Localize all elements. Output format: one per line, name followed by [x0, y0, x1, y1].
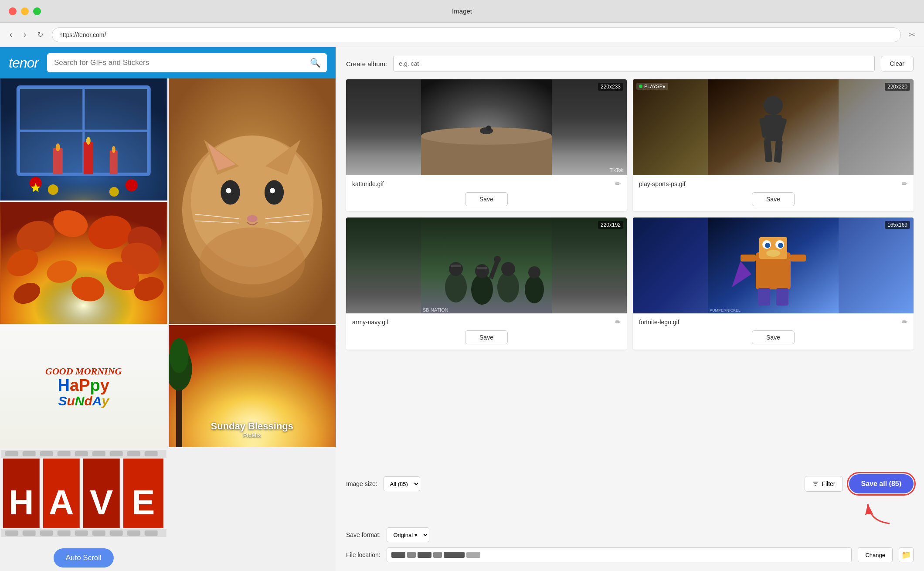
file-path-bar: [387, 547, 852, 562]
svg-rect-100: [451, 265, 461, 267]
image-card-armynavy: SB NATION 220x192 army-navy.gif ✏ Save: [346, 218, 627, 350]
svg-point-9: [86, 137, 91, 145]
save-format-label: Save format:: [346, 531, 380, 538]
back-button[interactable]: ‹: [7, 28, 15, 41]
gm-happy-text: HaPpy: [58, 377, 109, 394]
gm-y: y: [100, 376, 109, 394]
create-album-input[interactable]: [393, 56, 874, 71]
tenor-search-input[interactable]: [47, 53, 327, 72]
change-button[interactable]: Change: [858, 547, 893, 562]
file-location-row: File location: Change 📁: [346, 547, 914, 562]
svg-rect-72: [40, 530, 53, 536]
svg-point-15: [109, 187, 119, 197]
svg-rect-114: [791, 255, 806, 262]
edit-icon-playsports[interactable]: ✏: [902, 180, 907, 188]
gif-cell-autumn[interactable]: [0, 202, 167, 324]
svg-point-22: [226, 188, 231, 193]
window-controls: [9, 7, 41, 15]
svg-rect-60: [145, 451, 158, 456]
bottom-area: Image size: All (85) Filter Save all (85…: [346, 474, 914, 562]
address-bar[interactable]: https://tenor.com/: [52, 27, 901, 42]
edit-icon-fortnitelego[interactable]: ✏: [902, 318, 907, 326]
svg-point-96: [497, 272, 519, 302]
right-panel: Create album: Clear: [336, 47, 924, 571]
image-thumb-playsports[interactable]: 220x220 PLAYSP●: [633, 79, 914, 175]
path-segment-6: [466, 552, 480, 558]
path-segment-4: [433, 552, 442, 558]
image-card-katturide: 220x233 TikTok katturide.gif ✏ Save: [346, 79, 627, 211]
svg-point-103: [494, 256, 501, 263]
save-button-armynavy[interactable]: Save: [465, 330, 508, 344]
edit-icon-katturide[interactable]: ✏: [615, 180, 621, 188]
clear-button[interactable]: Clear: [881, 56, 914, 71]
refresh-button[interactable]: ↻: [35, 29, 46, 41]
image-card-fortnitelego: PUMPERNICKEL 165x169 fortnite-lego.gif ✏…: [633, 218, 914, 350]
svg-point-93: [449, 262, 463, 276]
minimize-button[interactable]: [21, 7, 29, 15]
arrow-indicator: [346, 500, 914, 526]
gif-cell-christmas[interactable]: [0, 78, 167, 201]
path-segment-3: [418, 552, 431, 558]
save-button-katturide[interactable]: Save: [465, 192, 508, 206]
tenor-logo: tenor: [9, 55, 38, 71]
filter-icon: [812, 480, 819, 487]
svg-point-111: [778, 243, 783, 248]
gm-h: H: [58, 376, 70, 394]
image-filename-fortnitelego: fortnite-lego.gif: [639, 319, 679, 326]
image-thumb-katturide[interactable]: 220x233 TikTok: [346, 79, 627, 175]
format-select[interactable]: Original ▾: [387, 527, 429, 542]
svg-rect-115: [758, 288, 770, 306]
svg-point-110: [765, 243, 770, 248]
browser-chrome: ‹ › ↻ https://tenor.com/ ✂: [0, 23, 924, 47]
bookmark-icon[interactable]: ✂: [907, 28, 917, 41]
edit-icon-armynavy[interactable]: ✏: [615, 318, 621, 326]
image-card-footer-katturide: katturide.gif ✏: [346, 175, 627, 192]
size-select[interactable]: All (85): [384, 476, 420, 491]
image-thumb-fortnitelego[interactable]: PUMPERNICKEL 165x169: [633, 218, 914, 313]
play-badge-text: PLAYSP●: [644, 84, 666, 89]
image-size-badge-armynavy: 220x192: [598, 221, 623, 229]
gif-cell-have[interactable]: H A V E: [0, 450, 167, 571]
svg-rect-78: [145, 530, 158, 536]
image-filename-playsports: play-sports-ps.gif: [639, 180, 686, 187]
save-button-playsports[interactable]: Save: [752, 192, 795, 206]
sunday-text-main: Sunday Blessings: [169, 421, 336, 432]
svg-text:SB NATION: SB NATION: [423, 307, 448, 313]
path-segment-1: [391, 552, 405, 558]
save-button-fortnitelego[interactable]: Save: [752, 330, 795, 344]
save-all-button[interactable]: Save all (85): [849, 474, 914, 493]
gif-cell-cat[interactable]: [169, 78, 336, 324]
gif-cell-sunday[interactable]: Sunday Blessings PicMix: [169, 325, 336, 447]
svg-point-50: [169, 338, 188, 373]
svg-rect-59: [127, 451, 140, 456]
svg-rect-76: [110, 530, 123, 536]
svg-point-85: [764, 96, 783, 115]
filter-button[interactable]: Filter: [805, 476, 842, 492]
svg-text:PUMPERNICKEL: PUMPERNICKEL: [710, 308, 741, 313]
svg-rect-52: [5, 451, 18, 456]
gm-p1: P: [79, 376, 90, 394]
image-filename-katturide: katturide.gif: [352, 180, 384, 187]
gif-cell-goodmorning[interactable]: GOOD MORNING HaPpy SuNdAy: [0, 325, 167, 449]
image-thumb-armynavy[interactable]: SB NATION 220x192: [346, 218, 627, 313]
titlebar: Imaget: [0, 0, 924, 23]
svg-rect-54: [40, 451, 53, 456]
search-icon[interactable]: 🔍: [310, 58, 321, 68]
svg-point-10: [112, 146, 116, 153]
filter-label: Filter: [822, 480, 835, 487]
svg-rect-116: [776, 288, 788, 306]
svg-point-112: [766, 250, 780, 257]
image-size-label: Image size:: [346, 480, 377, 487]
svg-rect-73: [58, 530, 71, 536]
tenor-search-wrapper: 🔍: [47, 53, 327, 72]
maximize-button[interactable]: [33, 7, 41, 15]
image-filename-armynavy: army-navy.gif: [352, 319, 388, 326]
forward-button[interactable]: ›: [21, 28, 29, 41]
auto-scroll-button[interactable]: Auto Scroll: [54, 548, 114, 568]
arrow-svg: [861, 500, 896, 526]
image-size-badge-playsports: 220x220: [885, 83, 910, 91]
create-album-label: Create album:: [346, 60, 387, 68]
svg-point-14: [126, 179, 138, 191]
folder-button[interactable]: 📁: [899, 547, 914, 562]
close-button[interactable]: [9, 7, 17, 15]
